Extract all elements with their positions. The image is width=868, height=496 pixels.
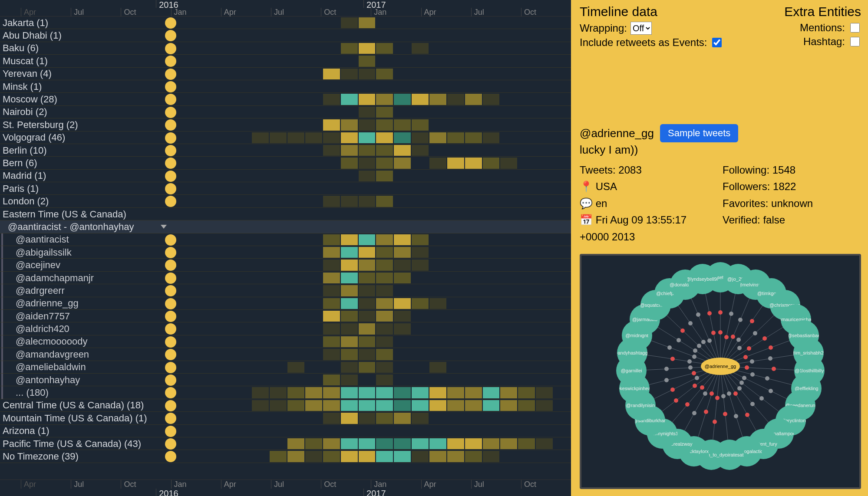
row-label: @abigailssilk bbox=[0, 247, 165, 258]
timeline-row[interactable]: @abigailssilk bbox=[0, 246, 571, 259]
timeline-row[interactable]: Yerevan (4) bbox=[0, 68, 571, 80]
timeline-row[interactable]: Pacific Time (US & Canada) (43) bbox=[0, 437, 571, 450]
row-label: Arizona (1) bbox=[0, 425, 165, 437]
row-label: Yerevan (4) bbox=[0, 68, 165, 79]
dot-icon bbox=[165, 183, 176, 194]
row-label: Minsk (1) bbox=[0, 81, 165, 92]
month-tick: Apr bbox=[21, 480, 71, 489]
dot-icon bbox=[165, 426, 176, 437]
timeline-row[interactable]: @ameliebaldwin bbox=[0, 361, 571, 374]
row-label: St. Petersburg (2) bbox=[0, 119, 165, 131]
sample-tweets-button[interactable]: Sample tweets bbox=[660, 124, 738, 142]
retweets-checkbox[interactable] bbox=[712, 38, 722, 47]
timeline-row[interactable]: Jakarta (1) bbox=[0, 16, 571, 29]
timeline-row[interactable]: Eastern Time (US & Canada) bbox=[0, 208, 571, 220]
inner-dot-icon bbox=[769, 345, 773, 350]
dot-icon bbox=[165, 400, 176, 411]
mentions-checkbox[interactable] bbox=[850, 23, 860, 33]
timeline-row[interactable]: No Timezone (39) bbox=[0, 450, 571, 463]
extra-entities-title: Extra Entities bbox=[784, 4, 861, 19]
inner-dot-icon bbox=[753, 331, 757, 335]
inner-dot-icon bbox=[747, 346, 751, 351]
inner-dot-icon bbox=[692, 371, 696, 375]
inner-dot-icon bbox=[703, 391, 707, 396]
dot-icon bbox=[165, 273, 176, 284]
network-graph[interactable]: @adrienne_gg@tarasetmayer@jo_2000@melvin… bbox=[580, 254, 861, 489]
timeline-row[interactable]: @aantiracist bbox=[0, 233, 571, 246]
group-header[interactable]: @aantiracist - @antonhayhay bbox=[0, 220, 571, 233]
dot-icon bbox=[165, 374, 176, 386]
inner-dot-icon bbox=[729, 312, 733, 316]
row-label: ... (180) bbox=[0, 387, 165, 398]
dot-icon bbox=[165, 451, 176, 462]
inner-dot-icon bbox=[718, 330, 723, 335]
inner-dot-icon bbox=[687, 359, 692, 364]
timeline-row[interactable]: @aldrich420 bbox=[0, 322, 571, 335]
month-tick: Apr bbox=[221, 480, 271, 489]
timeline-row[interactable]: Bern (6) bbox=[0, 157, 571, 169]
wrapping-select[interactable]: Off bbox=[630, 22, 652, 35]
row-label: Moscow (28) bbox=[0, 94, 165, 105]
wrapping-control: Wrapping: Off bbox=[580, 22, 723, 35]
info-panel: Timeline data Wrapping: Off Include retw… bbox=[571, 0, 868, 496]
timeline-row[interactable]: St. Petersburg (2) bbox=[0, 118, 571, 131]
graph-center-node[interactable]: @adrienne_gg bbox=[701, 358, 740, 375]
timeline-row[interactable]: Nairobi (2) bbox=[0, 106, 571, 118]
inner-dot-icon bbox=[711, 331, 716, 335]
row-label: Madrid (1) bbox=[0, 170, 165, 181]
dot-icon bbox=[165, 336, 176, 348]
timeline-row[interactable]: @aiden7757 bbox=[0, 310, 571, 322]
timeline-row[interactable]: @alecmooooody bbox=[0, 335, 571, 348]
timeline-row[interactable]: Baku (6) bbox=[0, 42, 571, 55]
month-tick: Apr bbox=[221, 8, 271, 16]
row-label: @adrienne_gg bbox=[0, 298, 165, 309]
timeline-row[interactable]: Madrid (1) bbox=[0, 170, 571, 182]
timeline-row[interactable]: Berlin (10) bbox=[0, 144, 571, 157]
dot-icon bbox=[165, 196, 176, 207]
timeline-row[interactable]: London (2) bbox=[0, 195, 571, 207]
timeline-row[interactable]: Minsk (1) bbox=[0, 80, 571, 93]
timeline-row[interactable]: Volgograd (46) bbox=[0, 131, 571, 144]
timeline-row[interactable]: Moscow (28) bbox=[0, 93, 571, 105]
row-label: Jakarta (1) bbox=[0, 17, 165, 29]
year-label: 2016 bbox=[156, 0, 363, 8]
timeline-row[interactable]: @acejinev bbox=[0, 259, 571, 271]
timeline-row[interactable]: @adamchapmanjr bbox=[0, 272, 571, 284]
timeline-row[interactable]: Mountain Time (US & Canada) (1) bbox=[0, 412, 571, 424]
timeline-row[interactable]: Muscat (1) bbox=[0, 55, 571, 67]
timeline-row[interactable]: ... (180) bbox=[0, 386, 571, 399]
timeline-row[interactable]: Paris (1) bbox=[0, 182, 571, 195]
inner-dot-icon bbox=[723, 412, 727, 416]
tweets-count: Tweets: 2083 bbox=[580, 162, 718, 178]
dot-icon bbox=[165, 234, 176, 246]
timeline-row[interactable]: @antonhayhay bbox=[0, 374, 571, 386]
dot-icon bbox=[165, 285, 176, 296]
graph-node[interactable]: @lyndseybell98 bbox=[687, 264, 718, 294]
timeline-row[interactable]: Arizona (1) bbox=[0, 425, 571, 437]
time-axis-bottom: AprJulOctJanAprJulOctJanAprJulOct 2016 2… bbox=[0, 480, 571, 496]
dot-icon bbox=[165, 145, 176, 156]
dot-icon bbox=[165, 247, 176, 258]
inner-dot-icon bbox=[738, 318, 743, 322]
account-bio: lucky I am)) bbox=[580, 143, 861, 157]
row-label: Paris (1) bbox=[0, 183, 165, 194]
dot-icon bbox=[165, 171, 176, 182]
inner-dot-icon bbox=[739, 381, 744, 385]
timeline-row[interactable]: Central Time (US & Canada) (18) bbox=[0, 399, 571, 412]
inner-dot-icon bbox=[715, 396, 719, 400]
hashtag-checkbox[interactable] bbox=[850, 37, 860, 46]
dot-icon bbox=[165, 413, 176, 424]
timeline-row[interactable]: Abu Dhabi (1) bbox=[0, 29, 571, 42]
timeline-row[interactable]: @adrgreerr bbox=[0, 284, 571, 297]
account-language: 💬 en bbox=[580, 195, 718, 212]
account-handle: @adrienne_gg bbox=[580, 127, 654, 140]
row-label: Pacific Time (US & Canada) (43) bbox=[0, 438, 165, 450]
mentions-label: Mentions: bbox=[800, 22, 845, 34]
timeline-row[interactable]: @amandavgreen bbox=[0, 348, 571, 361]
inner-dot-icon bbox=[670, 388, 675, 392]
timeline-row[interactable]: @adrienne_gg bbox=[0, 297, 571, 310]
row-label: @adrgreerr bbox=[0, 285, 165, 296]
row-label: No Timezone (39) bbox=[0, 451, 165, 462]
timeline-rows[interactable]: Jakarta (1)Abu Dhabi (1)Baku (6)Muscat (… bbox=[0, 16, 571, 480]
favorites-count: Favorites: unknown bbox=[723, 195, 861, 212]
